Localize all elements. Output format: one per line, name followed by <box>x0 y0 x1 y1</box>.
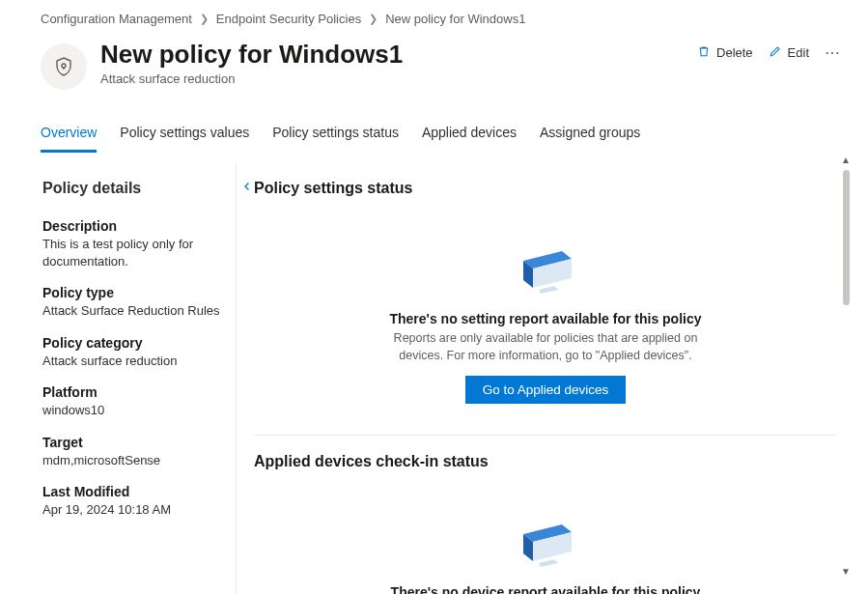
field-value-policy-category: Attack surface reduction <box>42 353 224 370</box>
svg-marker-8 <box>539 559 558 567</box>
delete-button[interactable]: Delete <box>697 44 753 61</box>
settings-status-empty-desc: Reports are only available for policies … <box>381 330 710 364</box>
breadcrumb-item-current: New policy for Windows1 <box>385 12 525 26</box>
devices-status-heading: Applied devices check-in status <box>254 453 837 470</box>
tab-policy-settings-values[interactable]: Policy settings values <box>120 119 249 153</box>
field-value-target: mdm,microsoftSense <box>42 452 224 469</box>
settings-status-heading: Policy settings status <box>254 180 837 197</box>
svg-point-0 <box>62 64 66 68</box>
field-label-description: Description <box>42 218 224 234</box>
field-value-last-modified: Apr 19, 2024 10:18 AM <box>42 501 224 519</box>
chevron-right-icon: ❯ <box>200 13 209 25</box>
monitor-icon <box>512 247 579 299</box>
field-label-platform: Platform <box>42 384 224 400</box>
devices-status-empty-state: There's no device report available for t… <box>254 476 837 594</box>
settings-status-empty-state: There's no setting report available for … <box>254 203 837 417</box>
tab-policy-settings-status[interactable]: Policy settings status <box>272 119 399 153</box>
edit-label: Edit <box>788 45 809 60</box>
policy-details-panel: Policy details Description This is a tes… <box>41 162 236 594</box>
scroll-up-arrow-icon[interactable]: ▲ <box>841 155 851 168</box>
section-divider <box>254 435 837 436</box>
devices-status-empty-title: There's no device report available for t… <box>283 584 808 594</box>
trash-icon <box>697 44 711 61</box>
settings-status-empty-title: There's no setting report available for … <box>283 311 808 326</box>
more-actions-button[interactable]: ⋯ <box>825 43 841 62</box>
tab-applied-devices[interactable]: Applied devices <box>422 119 517 153</box>
delete-label: Delete <box>716 45 753 60</box>
policy-shield-icon <box>41 43 87 90</box>
page-title: New policy for Windows1 <box>100 40 403 70</box>
field-label-policy-category: Policy category <box>42 335 224 351</box>
breadcrumb-item[interactable]: Endpoint Security Policies <box>216 12 361 26</box>
field-label-target: Target <box>42 435 224 450</box>
scroll-down-arrow-icon[interactable]: ▼ <box>841 566 851 580</box>
tab-overview[interactable]: Overview <box>41 119 97 153</box>
pencil-icon <box>769 44 782 61</box>
monitor-icon <box>512 521 579 573</box>
field-value-description: This is a test policy only for documenta… <box>42 236 224 269</box>
tab-bar: Overview Policy settings values Policy s… <box>41 119 841 153</box>
scrollbar-thumb[interactable] <box>843 170 850 305</box>
edit-button[interactable]: Edit <box>769 44 809 61</box>
scrollbar[interactable]: ▲ ▼ <box>841 155 851 580</box>
breadcrumb-item[interactable]: Configuration Management <box>41 12 192 26</box>
field-value-policy-type: Attack Surface Reduction Rules <box>42 302 224 320</box>
chevron-right-icon: ❯ <box>369 13 378 25</box>
field-value-platform: windows10 <box>42 402 224 419</box>
policy-details-heading: Policy details <box>42 180 226 197</box>
page-subtitle: Attack surface reduction <box>100 71 403 86</box>
tab-assigned-groups[interactable]: Assigned groups <box>540 119 640 153</box>
go-to-applied-devices-button[interactable]: Go to Applied devices <box>465 376 627 404</box>
breadcrumb: Configuration Management ❯ Endpoint Secu… <box>41 8 841 40</box>
main-content: Policy settings status There's no settin… <box>236 162 841 594</box>
svg-marker-4 <box>539 286 558 294</box>
field-label-policy-type: Policy type <box>42 285 224 300</box>
field-label-last-modified: Last Modified <box>42 484 224 499</box>
